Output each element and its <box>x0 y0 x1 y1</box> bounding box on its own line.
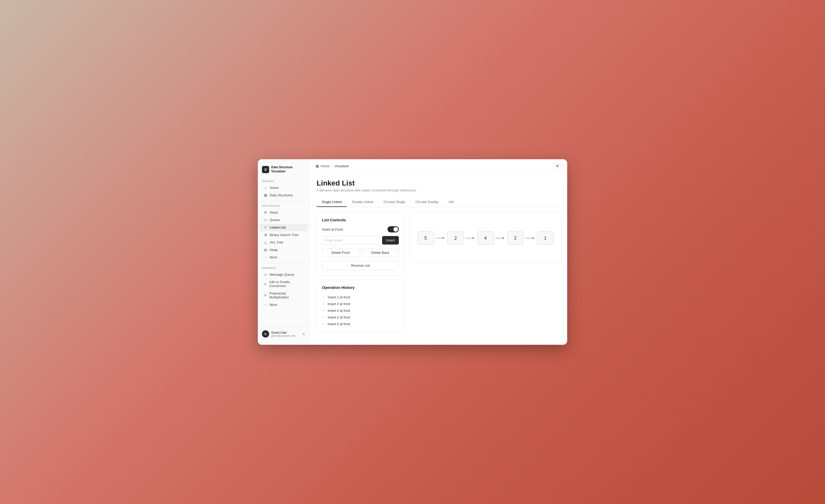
history-item-text: Insert 1 at front <box>328 295 350 299</box>
sidebar-item-label: Infix to Postfix Conversion <box>269 280 303 288</box>
avatar: G <box>262 330 269 338</box>
apps-section-label: Applications <box>258 265 309 271</box>
infix-postfix-icon: ≡ <box>264 282 267 286</box>
sidebar-item-label: Message Queue <box>270 273 294 276</box>
tab-circular-singly[interactable]: Circular Singly <box>378 197 410 207</box>
list-node: 2 <box>447 231 464 245</box>
insert-button[interactable]: Insert <box>382 236 399 245</box>
tab-doubly-linked[interactable]: Doubly Linked <box>347 197 378 207</box>
toggle-knob <box>393 227 398 232</box>
delete-front-button[interactable]: Delete Front <box>322 248 359 257</box>
user-details: Guest User guest@example.com <box>271 331 295 337</box>
delete-back-button[interactable]: Delete Back <box>362 248 399 257</box>
history-panel: Operation History ← Insert 1 at front ← … <box>317 280 404 333</box>
sidebar-item-home[interactable]: ⌂ Home <box>259 184 308 191</box>
user-name: Guest User <box>271 331 295 334</box>
sidebar-item-avl[interactable]: △ AVL Tree <box>259 239 308 246</box>
sidebar-divider-2 <box>262 263 305 263</box>
avl-icon: △ <box>264 240 268 244</box>
history-item-text: Insert 5 at front <box>328 322 350 326</box>
linked-list-visualization: 5 2 4 2 1 <box>418 231 553 245</box>
sidebar-item-label: Binary Search Tree <box>270 233 298 237</box>
chevron-up-down-icon: ⇅ <box>302 332 305 336</box>
reverse-list-button[interactable]: Reverse List <box>322 261 399 270</box>
list-node: 2 <box>507 231 524 245</box>
history-item: ← Insert 2 at front <box>322 301 399 307</box>
svg-marker-1 <box>443 237 445 239</box>
history-arrow-icon: ← <box>322 302 326 306</box>
sidebar-item-label: Linked List <box>270 226 286 229</box>
arrow-icon <box>494 236 507 240</box>
history-arrow-icon: ← <box>322 295 326 299</box>
heap-icon: ▤ <box>264 248 268 252</box>
list-node: 5 <box>418 231 434 245</box>
history-item: ← Insert 1 at front <box>322 294 399 301</box>
stack-icon: ⚙ <box>264 211 268 215</box>
sidebar-item-label: Home <box>270 186 279 190</box>
sidebar-item-label: More <box>270 255 278 259</box>
history-item-text: Insert 2 at front <box>328 315 350 319</box>
sidebar-footer: G Guest User guest@example.com ⇅ <box>258 327 309 341</box>
sidebar-item-stack[interactable]: ⚙ Stack <box>259 209 308 216</box>
user-email: guest@example.com <box>271 334 295 337</box>
page-title: Linked List <box>317 179 560 187</box>
topbar: ▦ Home > Visualizer ⚙ <box>309 159 567 173</box>
sidebar-item-label: AVL Tree <box>270 240 283 244</box>
sidebar-item-label: Heap <box>270 248 278 252</box>
sidebar-item-label: More <box>270 303 278 307</box>
sidebar-toggle-icon[interactable]: ▦ <box>315 164 319 168</box>
poly-mult-icon: ✕ <box>264 293 267 298</box>
sidebar-item-more-apps[interactable]: ··· More <box>259 301 308 309</box>
bst-icon: ⊞ <box>264 233 268 237</box>
visualization-area: 5 2 4 2 1 <box>409 212 561 264</box>
arrow-icon <box>464 236 477 240</box>
sidebar-item-queue[interactable]: ▭ Queue <box>259 216 308 224</box>
sidebar-item-label: Stack <box>270 211 278 215</box>
sidebar-item-label: Queue <box>270 218 280 222</box>
arrow-icon <box>434 236 447 240</box>
data-structures-icon: ▦ <box>264 193 268 197</box>
app-logo: ⚙ Data Structure Visualizer <box>258 163 309 179</box>
controls-title: List Controls <box>322 218 399 222</box>
breadcrumb: ▦ Home > Visualizer <box>315 164 349 168</box>
insert-at-front-toggle[interactable] <box>387 226 399 232</box>
sidebar: ⚙ Data Structure Visualizer Navigation ⌂… <box>258 159 309 345</box>
settings-button[interactable]: ⚙ <box>554 162 561 170</box>
tabs-bar: Singly Linked Doubly Linked Circular Sin… <box>317 197 560 207</box>
breadcrumb-separator: > <box>331 164 333 168</box>
history-item: ← Insert 4 at front <box>322 307 399 314</box>
tab-singly-linked[interactable]: Singly Linked <box>317 197 347 207</box>
tab-circular-doubly[interactable]: Circular Doubly <box>410 197 444 207</box>
breadcrumb-current: Visualizer <box>334 164 349 168</box>
sidebar-item-infix-postfix[interactable]: ≡ Infix to Postfix Conversion <box>259 278 308 289</box>
user-info[interactable]: G Guest User guest@example.com <box>262 330 295 338</box>
history-item: ← Insert 2 at front <box>322 314 399 321</box>
history-arrow-icon: ← <box>322 309 326 313</box>
sidebar-item-label: Polynomial Multiplication <box>270 291 303 299</box>
sidebar-item-more-ds[interactable]: ··· More <box>259 254 308 261</box>
sidebar-item-data-structures[interactable]: ▦ Data Structures <box>259 191 308 199</box>
queue-icon: ▭ <box>264 218 268 222</box>
logo-icon: ⚙ <box>262 166 269 173</box>
history-arrow-icon: ← <box>322 322 326 326</box>
sidebar-item-bst[interactable]: ⊞ Binary Search Tree <box>259 231 308 239</box>
list-node: 1 <box>537 231 553 245</box>
page-subtitle: A dynamic data structure with nodes conn… <box>317 188 560 192</box>
breadcrumb-home[interactable]: Home <box>320 164 329 168</box>
sidebar-item-message-queue[interactable]: ▭ Message Queue <box>259 271 308 278</box>
list-node: 4 <box>477 231 494 245</box>
sidebar-item-linked-list[interactable]: ≡ Linked List <box>259 224 308 231</box>
svg-marker-7 <box>532 237 534 239</box>
sidebar-item-heap[interactable]: ▤ Heap <box>259 246 308 254</box>
history-item-text: Insert 4 at front <box>328 309 350 313</box>
content-grid: List Controls Insert at Front Insert <box>317 212 560 333</box>
logo-text: Data Structure Visualizer <box>271 165 293 173</box>
toggle-row: Insert at Front <box>322 226 399 232</box>
page-content: Linked List A dynamic data structure wit… <box>309 173 567 345</box>
history-title: Operation History <box>322 285 399 289</box>
value-input[interactable] <box>322 236 380 245</box>
nav-section-label: Navigation <box>258 179 309 184</box>
sidebar-item-poly-mult[interactable]: ✕ Polynomial Multiplication <box>259 289 308 301</box>
tab-info[interactable]: Info <box>443 197 459 207</box>
toggle-label: Insert at Front <box>322 228 343 231</box>
